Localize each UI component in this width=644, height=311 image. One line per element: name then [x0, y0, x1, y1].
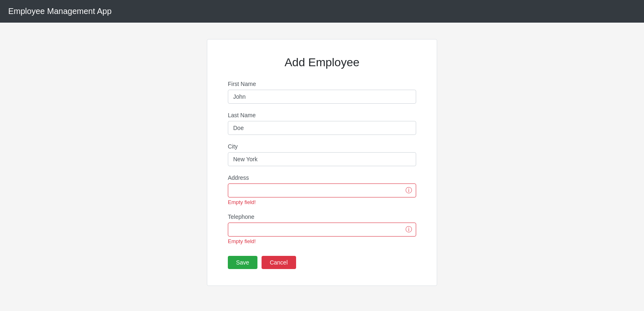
- city-input-wrapper: [228, 152, 416, 166]
- telephone-group: Telephone ⓘ Empty field!: [228, 214, 416, 244]
- last-name-input[interactable]: [228, 121, 416, 135]
- first-name-group: First Name: [228, 81, 416, 104]
- form-actions: Save Cancel: [228, 256, 416, 269]
- first-name-label: First Name: [228, 81, 416, 87]
- city-label: City: [228, 143, 416, 150]
- address-label: Address: [228, 174, 416, 181]
- last-name-label: Last Name: [228, 112, 416, 118]
- cancel-button[interactable]: Cancel: [262, 256, 296, 269]
- add-employee-card: Add Employee First Name Last Name City A…: [207, 39, 437, 286]
- telephone-label: Telephone: [228, 214, 416, 220]
- address-input-wrapper: ⓘ: [228, 183, 416, 197]
- telephone-error-message: Empty field!: [228, 238, 416, 244]
- save-button[interactable]: Save: [228, 256, 257, 269]
- page-content: Add Employee First Name Last Name City A…: [0, 23, 644, 302]
- address-input[interactable]: [228, 183, 416, 197]
- telephone-input[interactable]: [228, 223, 416, 237]
- app-title: Employee Management App: [8, 7, 111, 16]
- first-name-input-wrapper: [228, 90, 416, 104]
- telephone-input-wrapper: ⓘ: [228, 223, 416, 237]
- first-name-input[interactable]: [228, 90, 416, 104]
- city-input[interactable]: [228, 152, 416, 166]
- address-group: Address ⓘ Empty field!: [228, 174, 416, 205]
- city-group: City: [228, 143, 416, 166]
- last-name-group: Last Name: [228, 112, 416, 135]
- last-name-input-wrapper: [228, 121, 416, 135]
- address-error-message: Empty field!: [228, 199, 416, 205]
- app-header: Employee Management App: [0, 0, 644, 23]
- form-title: Add Employee: [228, 56, 416, 69]
